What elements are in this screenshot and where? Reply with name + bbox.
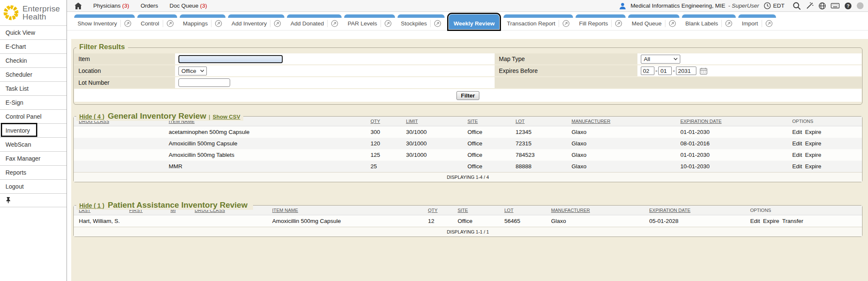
globe-icon[interactable] xyxy=(818,2,826,10)
search-icon[interactable] xyxy=(793,2,801,10)
topbar-link-orders[interactable]: Orders xyxy=(141,3,158,9)
location-select[interactable]: Office xyxy=(178,67,207,75)
sidebar-item-e-sign[interactable]: E-Sign xyxy=(0,95,67,109)
sidebar: Enterprise Health Quick ViewE-ChartCheck… xyxy=(0,0,67,281)
column-header-lot[interactable]: LOT xyxy=(510,117,566,126)
expire-link[interactable]: Expire xyxy=(805,152,821,158)
tab-transaction-report[interactable]: Transaction Report xyxy=(504,14,573,29)
filter-button[interactable]: Filter xyxy=(456,91,479,100)
tab-label: Stockpiles xyxy=(401,20,431,27)
sidebar-item-scheduler[interactable]: Scheduler xyxy=(0,67,67,81)
wand-icon[interactable] xyxy=(806,2,814,10)
tab-show-inventory[interactable]: Show Inventory xyxy=(74,14,135,29)
column-header-site[interactable]: SITE xyxy=(462,117,510,126)
keyboard-icon[interactable] xyxy=(831,3,840,9)
tab-top-strip xyxy=(504,14,573,18)
cell-drug-class xyxy=(74,149,164,161)
tab-open-icon[interactable] xyxy=(611,20,622,27)
expires-year-input[interactable]: 2031 xyxy=(676,67,696,75)
expire-link[interactable]: Expire xyxy=(805,129,821,135)
column-header-site[interactable]: SITE xyxy=(453,206,499,215)
tab-open-icon[interactable] xyxy=(665,20,676,27)
tab-open-icon[interactable] xyxy=(211,20,222,27)
expires-month-input[interactable]: 02 xyxy=(641,67,654,75)
column-header-label: EXPIRATION DATE xyxy=(649,208,690,213)
sidebar-item-control-panel[interactable]: Control Panel xyxy=(0,109,67,123)
column-header-expiration-date[interactable]: EXPIRATION DATE xyxy=(644,206,745,215)
tab-open-icon[interactable] xyxy=(559,20,570,27)
column-header-qty[interactable]: QTY xyxy=(423,206,453,215)
expire-link[interactable]: Expire xyxy=(763,218,779,224)
patient-assistance-table: LASTFIRSTMIDRUG CLASSITEM NAMEQTYSITELOT… xyxy=(74,206,862,236)
sidebar-item-task-list[interactable]: Task List xyxy=(0,81,67,95)
transfer-link[interactable]: Transfer xyxy=(782,218,803,224)
sidebar-item-e-chart[interactable]: E-Chart xyxy=(0,39,67,53)
home-icon[interactable] xyxy=(75,3,82,9)
topbar-link-physicians[interactable]: Physicians (3) xyxy=(93,3,129,9)
column-header-expiration-date[interactable]: EXPIRATION DATE xyxy=(675,117,787,126)
topbar-nav: Physicians (3)OrdersDoc Queue (3) xyxy=(93,3,207,9)
general-hide-link[interactable]: Hide ( 4 ) xyxy=(79,113,104,120)
cell-qty: 12 xyxy=(423,215,453,227)
edit-link[interactable]: Edit xyxy=(792,129,802,135)
sidebar-item-inventory[interactable]: Inventory xyxy=(0,123,67,137)
tab-import[interactable]: Import xyxy=(738,14,776,29)
sidebar-item-quick-view[interactable]: Quick View xyxy=(0,25,67,39)
tab-weekly-review[interactable]: Weekly Review xyxy=(449,14,499,29)
calendar-icon[interactable] xyxy=(700,67,707,75)
tab-open-icon[interactable] xyxy=(381,20,392,27)
expire-link[interactable]: Expire xyxy=(805,140,821,147)
column-header-manufacturer[interactable]: MANUFACTURER xyxy=(566,117,675,126)
tab-blank-labels[interactable]: Blank Labels xyxy=(682,14,736,29)
column-header-limit[interactable]: LIMIT xyxy=(401,117,462,126)
topbar-link-doc-queue[interactable]: Doc Queue (3) xyxy=(170,3,207,9)
sidebar-item-webscan[interactable]: WebScan xyxy=(0,137,67,151)
sidebar-item-checkin[interactable]: Checkin xyxy=(0,53,67,67)
expires-day-input[interactable]: 01 xyxy=(658,67,672,75)
sidebar-item-fax-manager[interactable]: Fax Manager xyxy=(0,151,67,165)
tab-control[interactable]: Control xyxy=(137,14,177,29)
map-type-select[interactable]: All xyxy=(641,55,680,64)
column-header-qty[interactable]: QTY xyxy=(365,117,401,126)
topbar-link-label: Physicians xyxy=(93,3,121,9)
expire-link[interactable]: Expire xyxy=(805,163,821,170)
tab-open-icon[interactable] xyxy=(721,20,732,27)
patient-hide-link[interactable]: Hide ( 1 ) xyxy=(79,202,104,209)
cell-limit: 30/1000 xyxy=(401,126,462,138)
sidebar-pin[interactable] xyxy=(0,193,67,207)
tab-open-icon[interactable] xyxy=(762,20,773,27)
tab-open-icon[interactable] xyxy=(327,20,338,27)
cell-limit: 30/1000 xyxy=(401,138,462,149)
tab-mappings[interactable]: Mappings xyxy=(180,14,226,29)
help-icon[interactable]: ? xyxy=(844,2,852,10)
svg-text:?: ? xyxy=(847,3,850,8)
lot-number-input[interactable] xyxy=(178,78,230,87)
show-csv-link[interactable]: Show CSV xyxy=(213,114,240,120)
tab-open-icon[interactable] xyxy=(120,20,131,27)
sidebar-item-logout[interactable]: Logout xyxy=(0,179,67,193)
tab-fill-reports[interactable]: Fill Reports xyxy=(576,14,626,29)
sidebar-item-label: Reports xyxy=(6,169,26,176)
tab-par-levels[interactable]: PAR Levels xyxy=(344,14,395,29)
table-row: Amoxicillin 500mg Tablets12530/1000Offic… xyxy=(74,149,862,161)
tab-add-inventory[interactable]: Add Inventory xyxy=(228,14,284,29)
tab-stockpiles[interactable]: Stockpiles xyxy=(398,14,445,29)
tab-open-icon[interactable] xyxy=(270,20,281,27)
clock-icon[interactable] xyxy=(764,2,771,9)
edit-link[interactable]: Edit xyxy=(750,218,760,224)
tab-open-icon[interactable] xyxy=(163,20,174,27)
tab-add-donated[interactable]: Add Donated xyxy=(287,14,342,29)
edit-link[interactable]: Edit xyxy=(792,163,802,170)
table-row: Amoxicillin 500mg Capsule12030/1000Offic… xyxy=(74,138,862,149)
tab-med-queue[interactable]: Med Queue xyxy=(628,14,679,29)
sidebar-item-label: Inventory xyxy=(6,127,30,134)
tab-open-icon[interactable] xyxy=(430,20,441,27)
column-header-manufacturer[interactable]: MANUFACTURER xyxy=(546,206,644,215)
item-input[interactable] xyxy=(178,55,283,63)
edit-link[interactable]: Edit xyxy=(792,152,802,158)
tab-body: Stockpiles xyxy=(398,18,445,29)
column-header-item-name[interactable]: ITEM NAME xyxy=(267,206,423,215)
column-header-lot[interactable]: LOT xyxy=(499,206,546,215)
edit-link[interactable]: Edit xyxy=(792,140,802,147)
sidebar-item-reports[interactable]: Reports xyxy=(0,165,67,179)
